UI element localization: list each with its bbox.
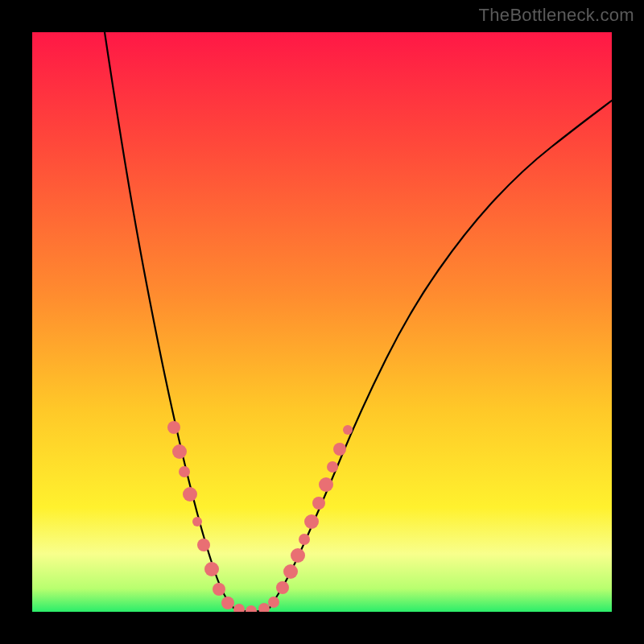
bottleneck-curve-svg [32,32,612,612]
data-dot [283,564,298,579]
data-dot [333,443,346,456]
data-dot [343,425,353,435]
data-dot [192,517,202,526]
data-dot [304,514,319,529]
data-dot [312,497,325,510]
data-dot [319,477,333,492]
chart-stage: TheBottleneck.com [0,0,644,644]
data-dot [179,466,190,477]
plot-area [32,32,612,612]
data-dot [291,548,305,563]
data-dot [233,604,245,612]
data-dot [221,597,234,609]
data-dot [197,539,210,551]
data-dot [258,603,270,612]
data-dot [183,487,197,502]
data-dots [167,421,353,612]
data-dot [246,605,257,612]
data-dot [204,562,219,576]
data-dot [327,461,338,473]
watermark-label: TheBottleneck.com [479,5,634,26]
data-dot [213,583,225,596]
data-dot [299,534,310,545]
bottleneck-curve [105,32,612,612]
data-dot [167,421,180,434]
data-dot [172,444,187,459]
data-dot [268,597,279,608]
data-dot [276,581,289,594]
